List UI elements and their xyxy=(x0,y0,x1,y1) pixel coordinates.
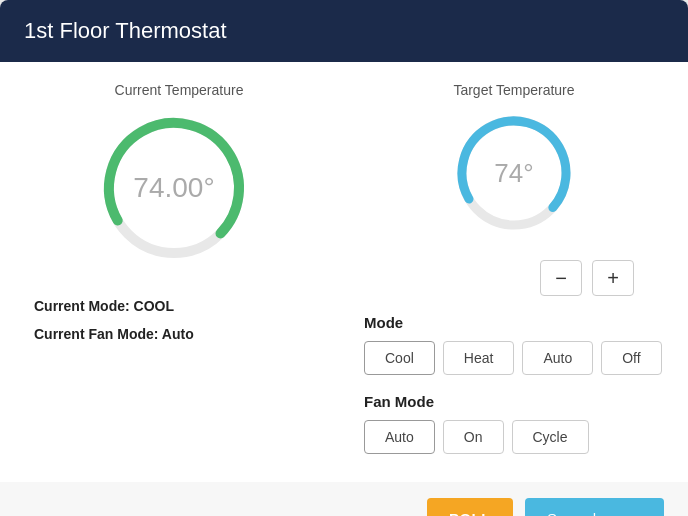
increment-button[interactable]: + xyxy=(592,260,634,296)
current-mode-line: Current Mode: COOL xyxy=(34,292,194,320)
poll-button[interactable]: POLL xyxy=(427,498,513,516)
mode-button-group: Cool Heat Auto Off xyxy=(364,341,662,375)
current-temp-value: 74.00° xyxy=(133,172,214,204)
mode-section-label: Mode xyxy=(364,314,403,331)
mode-off-button[interactable]: Off xyxy=(601,341,661,375)
current-fan-prefix: Current Fan Mode: xyxy=(34,326,162,342)
current-fan-line: Current Fan Mode: Auto xyxy=(34,320,194,348)
target-temp-gauge: 74° xyxy=(449,108,579,238)
fan-on-button[interactable]: On xyxy=(443,420,504,454)
card-title: 1st Floor Thermostat xyxy=(24,18,227,43)
mode-info: Current Mode: COOL Current Fan Mode: Aut… xyxy=(24,292,194,348)
fan-section-label: Fan Mode xyxy=(364,393,434,410)
card-footer: POLL Save changes xyxy=(0,482,688,516)
current-mode-value: COOL xyxy=(134,298,174,314)
mode-heat-button[interactable]: Heat xyxy=(443,341,515,375)
fan-auto-button[interactable]: Auto xyxy=(364,420,435,454)
left-panel: Current Temperature 74.00° Current Mode:… xyxy=(24,82,344,472)
mode-cool-button[interactable]: Cool xyxy=(364,341,435,375)
card-header: 1st Floor Thermostat xyxy=(0,0,688,62)
save-button[interactable]: Save changes xyxy=(525,498,664,516)
thermostat-card: 1st Floor Thermostat Current Temperature… xyxy=(0,0,688,516)
current-temp-gauge: 74.00° xyxy=(94,108,254,268)
right-panel: Target Temperature 74° − + Mode Cool Hea… xyxy=(344,82,664,472)
target-temp-value: 74° xyxy=(494,158,533,189)
target-temp-section: Target Temperature 74° xyxy=(364,82,664,250)
current-fan-value: Auto xyxy=(162,326,194,342)
fan-button-group: Auto On Cycle xyxy=(364,420,589,454)
current-temp-label: Current Temperature xyxy=(115,82,244,98)
current-mode-prefix: Current Mode: xyxy=(34,298,134,314)
decrement-button[interactable]: − xyxy=(540,260,582,296)
fan-cycle-button[interactable]: Cycle xyxy=(512,420,589,454)
mode-auto-button[interactable]: Auto xyxy=(522,341,593,375)
target-temp-label: Target Temperature xyxy=(453,82,574,98)
temp-controls: − + xyxy=(540,260,634,296)
card-body: Current Temperature 74.00° Current Mode:… xyxy=(0,62,688,472)
